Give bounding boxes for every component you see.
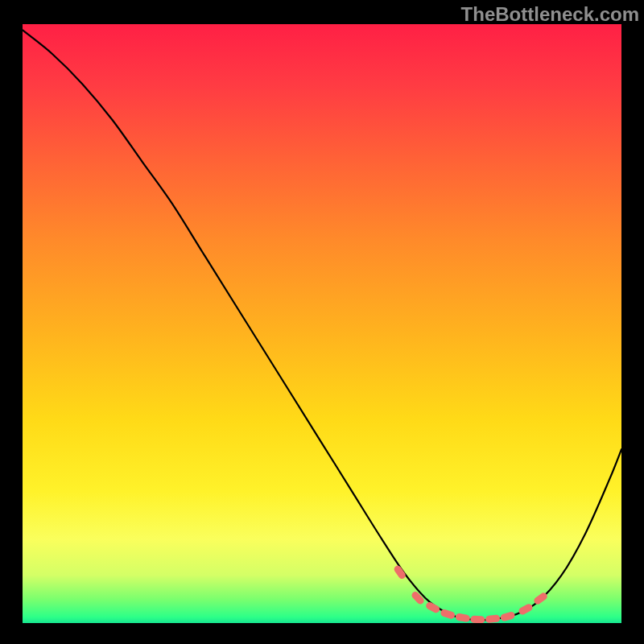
marker-capsule [440, 609, 456, 620]
optimal-range-markers [393, 564, 549, 623]
chart-svg [23, 24, 621, 623]
marker-capsule [455, 613, 470, 622]
plot-area [23, 24, 621, 623]
chart-frame [23, 24, 621, 623]
marker-capsule [425, 601, 441, 613]
bottleneck-curve [23, 30, 621, 620]
marker-capsule [393, 564, 407, 580]
marker-capsule [470, 616, 485, 623]
marker-capsule [485, 614, 501, 623]
watermark-text: TheBottleneck.com [461, 3, 639, 26]
marker-capsule [500, 611, 516, 622]
marker-capsule [518, 603, 534, 617]
marker-capsule [411, 590, 426, 605]
